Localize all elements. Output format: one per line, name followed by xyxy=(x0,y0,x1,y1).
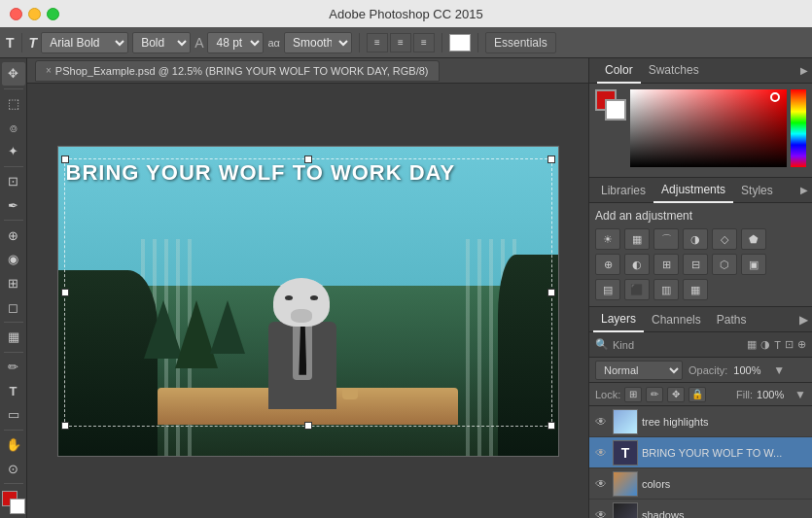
smoothing-select[interactable]: Smooth xyxy=(284,32,352,53)
adj-gradientmap[interactable]: ▥ xyxy=(653,279,679,300)
filter-smart-icon[interactable]: ⊕ xyxy=(797,338,806,351)
heal-tool[interactable]: ⊕ xyxy=(2,224,25,247)
visibility-toggle-0[interactable]: 👁 xyxy=(593,414,609,430)
adj-icons-grid: ☀ ▦ ⌒ ◑ ◇ ⬟ ⊕ ◐ ⊞ ⊟ ⬡ ▣ ▤ ⬛ xyxy=(595,228,806,300)
adj-blackwhite[interactable]: ◐ xyxy=(624,254,650,275)
adj-brightness[interactable]: ☀ xyxy=(595,228,620,250)
color-gradient[interactable] xyxy=(630,89,787,167)
tool-sep-3 xyxy=(4,220,23,221)
minimize-button[interactable] xyxy=(28,8,41,20)
color-panel-menu[interactable]: ▶ xyxy=(800,65,808,76)
font-style-select[interactable]: Bold xyxy=(132,32,191,53)
eyedropper-tool[interactable]: ✒ xyxy=(2,193,25,217)
canvas-area: × PShop_Example.psd @ 12.5% (BRING YOUR … xyxy=(27,58,588,518)
opacity-arrow[interactable]: ▼ xyxy=(773,363,785,377)
lock-position-btn[interactable]: ✥ xyxy=(667,387,685,402)
layers-search-row: 🔍 Kind ▦ ◑ T ⊡ ⊕ xyxy=(589,332,812,358)
fill-arrow[interactable]: ▼ xyxy=(794,388,806,401)
fill-label: Fill: xyxy=(736,389,753,400)
adj-row-3: ▤ ⬛ ▥ ▦ xyxy=(595,279,806,300)
filter-shape-icon[interactable]: ⊡ xyxy=(785,338,794,351)
layers-panel-menu[interactable]: ▶ xyxy=(799,313,808,327)
fill-value[interactable]: 100% xyxy=(757,389,791,400)
lasso-tool[interactable]: ⌾ xyxy=(2,116,25,139)
text-color-swatch[interactable] xyxy=(449,34,471,52)
lock-pixel-btn[interactable]: ✏ xyxy=(646,387,663,402)
lock-transparent-btn[interactable]: ⊞ xyxy=(624,387,642,402)
adj-vibrance[interactable]: ◇ xyxy=(712,228,737,250)
filter-type-icon[interactable]: T xyxy=(774,339,781,351)
adj-panel-menu[interactable]: ▶ xyxy=(800,185,808,195)
canvas-workspace[interactable]: BRING YOUR WOLF TO WORK DAY xyxy=(27,84,588,518)
layer-row[interactable]: 👁 shadows xyxy=(589,500,812,518)
adj-photofilter[interactable]: ⊞ xyxy=(653,254,679,275)
document-tab[interactable]: × PShop_Example.psd @ 12.5% (BRING YOUR … xyxy=(35,60,440,82)
font-family-select[interactable]: Arial Bold xyxy=(41,32,128,53)
shape-tool[interactable]: ▭ xyxy=(2,403,25,427)
artwork xyxy=(58,147,558,456)
adj-colorlookup[interactable]: ⬡ xyxy=(712,254,737,275)
adj-selectivecolor[interactable]: ▦ xyxy=(683,279,708,300)
font-size-select[interactable]: 48 pt xyxy=(207,32,264,53)
hand-tool[interactable]: ✋ xyxy=(2,433,25,457)
filter-pixel-icon[interactable]: ▦ xyxy=(747,338,757,351)
opacity-value[interactable]: 100% xyxy=(733,364,767,376)
type-tool-icon[interactable]: T xyxy=(6,35,15,51)
tab-channels[interactable]: Channels xyxy=(644,307,709,332)
tab-close-x[interactable]: × xyxy=(46,65,52,76)
adj-exposure[interactable]: ◑ xyxy=(683,228,708,250)
layer-row[interactable]: 👁 T BRING YOUR WOLF TO W... xyxy=(589,437,812,468)
color-picker-area xyxy=(630,89,806,167)
layer-thumbnail-3 xyxy=(613,502,638,519)
gradient-tool[interactable]: ▦ xyxy=(2,326,25,349)
select-rect-tool[interactable]: ⬚ xyxy=(2,92,25,116)
adj-channelmixer[interactable]: ⊟ xyxy=(683,254,708,275)
move-tool[interactable]: ✥ xyxy=(2,62,25,86)
layer-row[interactable]: 👁 tree highlights xyxy=(589,406,812,437)
adj-levels[interactable]: ▦ xyxy=(624,228,650,250)
adj-invert[interactable]: ▣ xyxy=(741,254,766,275)
visibility-toggle-1[interactable]: 👁 xyxy=(593,445,609,461)
adj-curves[interactable]: ⌒ xyxy=(653,228,679,250)
zoom-tool[interactable]: ⊙ xyxy=(2,457,25,480)
tab-adjustments[interactable]: Adjustments xyxy=(653,178,733,203)
layer-row[interactable]: 👁 colors xyxy=(589,468,812,500)
tab-libraries[interactable]: Libraries xyxy=(593,178,653,203)
tab-paths[interactable]: Paths xyxy=(709,307,755,332)
font-size-icon: A xyxy=(194,35,203,51)
text-tool[interactable]: T xyxy=(2,379,25,402)
stamp-tool[interactable]: ⊞ xyxy=(2,272,25,295)
lock-all-btn[interactable]: 🔒 xyxy=(688,387,706,402)
crop-tool[interactable]: ⊡ xyxy=(2,170,25,193)
color-picker-handle[interactable] xyxy=(770,92,780,102)
eraser-tool[interactable]: ◻ xyxy=(2,295,25,319)
filter-adjust-icon[interactable]: ◑ xyxy=(760,338,770,351)
color-gradient-overlay xyxy=(630,89,787,167)
maximize-button[interactable] xyxy=(47,8,59,20)
adj-posterize[interactable]: ▤ xyxy=(595,279,620,300)
adj-hue[interactable]: ⬟ xyxy=(741,228,766,250)
background-color[interactable] xyxy=(10,499,25,514)
align-right-btn[interactable]: ≡ xyxy=(413,33,435,52)
wolf-figure xyxy=(208,239,398,409)
type-italic-icon[interactable]: T xyxy=(29,35,38,51)
brush-tool[interactable]: ◉ xyxy=(2,248,25,271)
canvas-image[interactable]: BRING YOUR WOLF TO WORK DAY xyxy=(57,146,559,457)
pen-tool[interactable]: ✏ xyxy=(2,356,25,379)
tab-swatches[interactable]: Swatches xyxy=(641,58,707,84)
align-left-btn[interactable]: ≡ xyxy=(367,33,388,52)
background-swatch[interactable] xyxy=(605,99,626,121)
tab-color[interactable]: Color xyxy=(597,58,641,84)
tab-layers[interactable]: Layers xyxy=(593,307,644,332)
magic-wand-tool[interactable]: ✦ xyxy=(2,140,25,163)
hue-strip[interactable] xyxy=(791,89,806,167)
essentials-button[interactable]: Essentials xyxy=(485,32,556,53)
adj-threshold[interactable]: ⬛ xyxy=(624,279,650,300)
tab-styles[interactable]: Styles xyxy=(733,178,781,203)
close-button[interactable] xyxy=(10,8,22,20)
visibility-toggle-2[interactable]: 👁 xyxy=(593,476,609,492)
adj-colorbalance[interactable]: ⊕ xyxy=(595,254,620,275)
visibility-toggle-3[interactable]: 👁 xyxy=(593,507,609,519)
blend-mode-select[interactable]: Normal xyxy=(595,361,683,380)
align-center-btn[interactable]: ≡ xyxy=(390,33,411,52)
